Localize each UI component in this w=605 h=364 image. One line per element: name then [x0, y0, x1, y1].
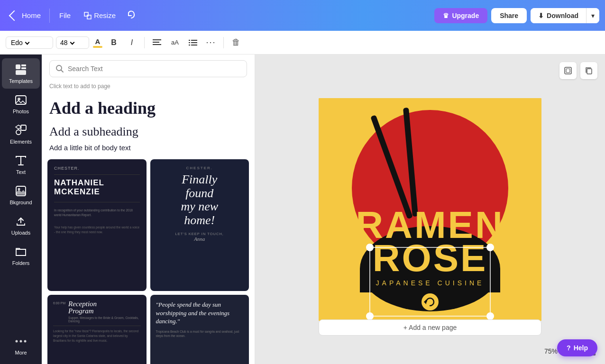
- svg-rect-7: [191, 42, 197, 43]
- download-group: ⬇ Download ▾: [531, 8, 599, 23]
- nav-left: Home File Resize: [6, 6, 139, 25]
- ellipsis-icon: ···: [206, 37, 216, 47]
- svg-rect-6: [189, 40, 190, 41]
- svg-point-22: [18, 188, 20, 191]
- color-letter: A: [95, 37, 101, 46]
- tmpl3-sub: Supper, Messages to the Bride & Groom, C…: [68, 316, 140, 323]
- sidebar-item-folders[interactable]: Folders: [2, 240, 40, 271]
- templates-icon: [14, 63, 28, 76]
- canvas-area: RAMEN ROSE JAPANESE CUISINE: [255, 55, 605, 364]
- svg-text:JAPANESE CUISINE: JAPANESE CUISINE: [376, 279, 485, 287]
- zoom-control: 75%: [544, 347, 558, 355]
- tmpl2-label: CHESTER.: [157, 166, 243, 170]
- photos-icon: [14, 93, 28, 107]
- more-icon: [14, 335, 28, 348]
- more-format-button[interactable]: ···: [203, 35, 219, 50]
- help-button[interactable]: ? Help: [557, 339, 597, 356]
- italic-button[interactable]: I: [124, 35, 139, 50]
- elements-label: Elements: [10, 139, 32, 145]
- italic-icon: I: [131, 38, 133, 47]
- list-icon: [189, 39, 197, 46]
- sidebar-item-elements[interactable]: Elements: [2, 119, 40, 149]
- upgrade-button[interactable]: ♛ Upgrade: [434, 8, 487, 23]
- zoom-percent[interactable]: 75%: [544, 347, 558, 355]
- trash-icon: 🗑: [232, 37, 240, 47]
- frame-button[interactable]: [559, 62, 577, 79]
- help-icon: ?: [567, 344, 571, 352]
- file-button[interactable]: File: [54, 9, 76, 22]
- folders-icon: [14, 245, 28, 258]
- delete-button[interactable]: 🗑: [229, 35, 244, 50]
- undo-button[interactable]: [123, 6, 139, 25]
- download-button[interactable]: ⬇ Download: [531, 8, 586, 23]
- uploads-label: Uploads: [11, 230, 30, 236]
- template-card-3[interactable]: 6:00 PM ReceptionProgram Supper, Message…: [47, 295, 147, 364]
- folders-label: Folders: [12, 260, 30, 266]
- text-label: Text: [16, 169, 26, 175]
- font-selector[interactable]: Edo: [6, 36, 53, 49]
- svg-rect-3: [153, 42, 159, 43]
- download-label: Download: [547, 12, 578, 19]
- topbar-divider: [49, 9, 50, 23]
- list-button[interactable]: [185, 35, 201, 50]
- svg-rect-29: [566, 69, 570, 73]
- search-input[interactable]: [68, 65, 241, 73]
- font-color-button[interactable]: A: [92, 37, 103, 48]
- svg-rect-11: [16, 64, 20, 69]
- crown-icon: ♛: [443, 12, 449, 19]
- align-button[interactable]: [149, 35, 165, 50]
- add-page-area: + Add a new page: [255, 319, 605, 336]
- resize-button[interactable]: Resize: [78, 9, 121, 22]
- svg-rect-10: [189, 45, 190, 46]
- sidebar-item-text[interactable]: Text: [2, 149, 40, 180]
- download-chevron-button[interactable]: ▾: [586, 8, 599, 23]
- svg-rect-5: [191, 40, 197, 41]
- font-size-value: 48: [60, 39, 68, 46]
- canvas-container: RAMEN ROSE JAPANESE CUISINE: [319, 98, 541, 321]
- resize-icon: [84, 12, 92, 19]
- add-page-button[interactable]: + Add a new page: [319, 319, 541, 336]
- add-subheading[interactable]: Add a subheading: [47, 122, 249, 142]
- frame-icon: [564, 66, 572, 75]
- search-area: [42, 55, 255, 83]
- case-button[interactable]: aA: [167, 35, 183, 50]
- svg-rect-12: [21, 64, 26, 66]
- template-card-1[interactable]: CHESTER. NATHANIELMCKENZIE In recognitio…: [47, 159, 147, 291]
- tmpl1-title: NATHANIELMCKENZIE: [54, 179, 140, 196]
- add-heading[interactable]: Add a heading: [47, 94, 249, 122]
- duplicate-button[interactable]: [580, 62, 597, 79]
- color-bar: [93, 46, 102, 48]
- font-size-selector[interactable]: 48: [56, 36, 89, 49]
- share-button[interactable]: Share: [491, 8, 527, 23]
- add-body-text[interactable]: Add a little bit of body text: [47, 142, 249, 154]
- sidebar-item-bkground[interactable]: Bkground: [2, 180, 40, 210]
- svg-rect-9: [191, 45, 197, 46]
- canvas-frame[interactable]: RAMEN ROSE JAPANESE CUISINE: [319, 98, 541, 321]
- photos-label: Photos: [13, 109, 29, 114]
- tmpl3-prog: ReceptionProgram: [68, 300, 140, 315]
- sidebar-item-photos[interactable]: Photos: [2, 89, 40, 119]
- elements-icon: [14, 124, 28, 137]
- tmpl2-sign1: LET'S KEEP IN TOUCH,: [157, 232, 243, 236]
- duplicate-icon: [585, 66, 593, 75]
- tmpl1-label: CHESTER.: [54, 166, 140, 171]
- sidebar-item-more[interactable]: More: [2, 330, 40, 360]
- svg-point-25: [24, 340, 27, 343]
- template-card-4[interactable]: "People spend the day sun worshipping an…: [150, 295, 249, 364]
- sidebar-item-uploads[interactable]: Uploads: [2, 210, 40, 240]
- svg-point-23: [16, 340, 18, 343]
- home-button[interactable]: Home: [6, 9, 46, 22]
- sidebar-item-templates[interactable]: Templates: [2, 58, 40, 89]
- chevron-left-icon: [9, 10, 20, 21]
- text-icon: [14, 154, 28, 167]
- template-card-2[interactable]: CHESTER. Finallyfoundmy newhome! LET'S K…: [150, 159, 249, 291]
- tmpl4-attr: Tropicana Beach Club is a must for sangr…: [156, 329, 244, 339]
- bold-button[interactable]: B: [106, 35, 121, 50]
- align-icon: [153, 39, 161, 46]
- svg-rect-8: [189, 42, 190, 43]
- tmpl1-body: In recognition of your outstanding contr…: [54, 208, 140, 218]
- ramen-artwork: RAMEN ROSE JAPANESE CUISINE: [319, 98, 541, 321]
- svg-rect-2: [153, 39, 161, 40]
- tmpl3-row: 6:00 PM ReceptionProgram Supper, Message…: [53, 300, 141, 323]
- canvas-tools: [559, 62, 597, 79]
